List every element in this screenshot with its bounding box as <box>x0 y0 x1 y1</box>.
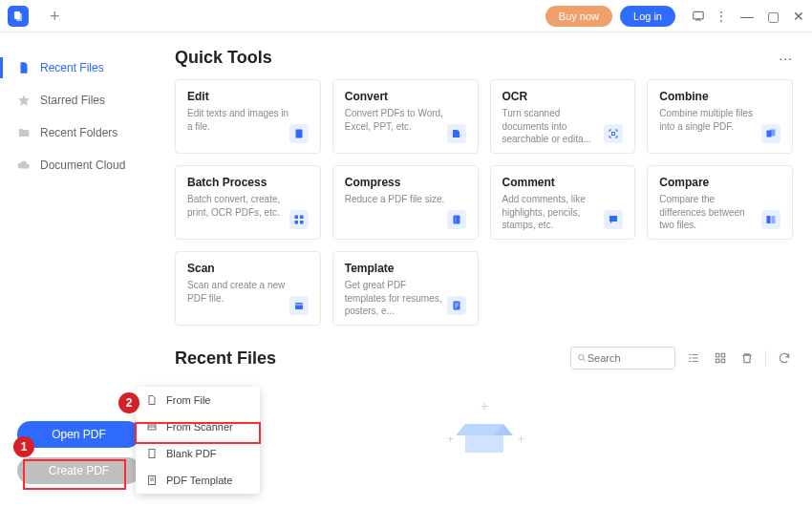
search-input[interactable] <box>588 352 669 364</box>
template-outline-icon <box>145 474 159 487</box>
tool-title: Compress <box>345 176 447 189</box>
scanner-icon <box>145 420 159 433</box>
tool-card-compare[interactable]: Compare Compare the differences between … <box>647 165 793 240</box>
tool-card-convert[interactable]: Convert Convert PDFs to Word, Excel, PPT… <box>332 79 479 154</box>
svg-rect-11 <box>453 216 459 224</box>
open-pdf-button[interactable]: Open PDF <box>17 421 140 448</box>
separator <box>765 350 766 366</box>
tool-card-edit[interactable]: Edit Edit texts and images in a file. <box>175 79 321 154</box>
sidebar-item-document-cloud[interactable]: Document Cloud <box>0 149 158 181</box>
kebab-menu-icon[interactable]: ⋮ <box>710 5 733 28</box>
menu-item-label: From File <box>166 394 210 406</box>
tool-title: Compare <box>659 176 761 189</box>
delete-icon[interactable] <box>738 349 756 367</box>
tool-title: Convert <box>345 90 447 103</box>
quick-tools-title: Quick Tools <box>175 48 272 68</box>
tool-desc: Convert PDFs to Word, Excel, PPT, etc. <box>345 107 447 133</box>
annotation-number-2: 2 <box>118 392 139 413</box>
ocr-icon <box>604 124 623 143</box>
tool-card-combine[interactable]: Combine Combine multiple files into a si… <box>647 79 793 154</box>
comment-icon <box>604 210 623 229</box>
menu-item-label: Blank PDF <box>166 448 217 459</box>
log-in-button[interactable]: Log in <box>620 6 675 27</box>
tool-card-scan[interactable]: Scan Scan and create a new PDF file. <box>175 251 321 326</box>
compare-icon <box>761 210 780 229</box>
more-options-icon[interactable]: ··· <box>779 51 793 66</box>
create-pdf-button[interactable]: Create PDF <box>17 457 140 484</box>
batch-icon <box>289 210 309 229</box>
svg-rect-3 <box>295 130 302 138</box>
sidebar-item-recent-folders[interactable]: Recent Folders <box>0 116 158 149</box>
svg-rect-12 <box>767 216 771 223</box>
scan-icon <box>289 296 309 315</box>
svg-rect-2 <box>694 11 704 19</box>
tool-title: Edit <box>187 90 289 103</box>
tool-desc: Get great PDF templates for resumes, pos… <box>345 279 447 318</box>
svg-rect-10 <box>300 221 304 224</box>
svg-text:+: + <box>480 398 487 413</box>
convert-icon <box>447 124 466 143</box>
tool-card-comment[interactable]: Comment Add comments, like highlights, p… <box>490 165 636 240</box>
file-outline-icon <box>145 393 159 407</box>
svg-rect-13 <box>772 216 776 223</box>
create-menu-blank-pdf[interactable]: Blank PDF <box>136 440 260 467</box>
tool-title: Combine <box>659 90 761 103</box>
sidebar-item-recent-files[interactable]: Recent Files <box>0 52 158 84</box>
tool-title: Batch Process <box>187 176 289 189</box>
tool-card-compress[interactable]: Compress Reduce a PDF file size. <box>332 165 479 240</box>
folder-icon <box>17 126 31 139</box>
tool-card-batch-process[interactable]: Batch Process Batch convert, create, pri… <box>175 165 321 240</box>
window-controls: — ▢ ✕ <box>740 9 804 24</box>
svg-rect-9 <box>294 221 298 224</box>
tool-desc: Compare the differences between two file… <box>659 193 761 232</box>
close-button[interactable]: ✕ <box>793 9 804 24</box>
svg-rect-26 <box>149 450 155 458</box>
pdf-logo-icon <box>12 11 24 22</box>
menu-item-label: PDF Template <box>166 475 233 486</box>
tool-title: OCR <box>502 90 605 103</box>
file-icon <box>17 61 31 74</box>
list-view-icon[interactable] <box>685 349 702 367</box>
create-menu-pdf-template[interactable]: PDF Template <box>136 467 260 494</box>
minimize-button[interactable]: — <box>740 9 754 24</box>
menu-item-label: From Scanner <box>166 421 233 433</box>
refresh-icon[interactable] <box>776 349 793 367</box>
svg-rect-8 <box>300 216 304 220</box>
create-menu-from-scanner[interactable]: From Scanner <box>136 413 260 440</box>
maximize-button[interactable]: ▢ <box>767 9 780 24</box>
create-pdf-menu: From File From Scanner Blank PDF PDF Tem… <box>136 387 260 494</box>
star-icon <box>17 94 31 107</box>
tool-desc: Turn scanned documents into searchable o… <box>502 107 605 146</box>
sidebar-item-label: Document Cloud <box>40 158 125 172</box>
svg-rect-4 <box>612 133 615 136</box>
new-tab-button[interactable]: + <box>50 8 60 25</box>
buy-now-button[interactable]: Buy now <box>545 6 612 27</box>
grid-view-icon[interactable] <box>712 349 729 367</box>
tool-card-template[interactable]: Template Get great PDF templates for res… <box>332 251 479 326</box>
tool-desc: Scan and create a new PDF file. <box>187 279 289 305</box>
sidebar-item-starred-files[interactable]: Starred Files <box>0 84 158 116</box>
tool-desc: Batch convert, create, print, OCR PDFs, … <box>187 193 289 219</box>
feedback-icon[interactable] <box>687 5 710 28</box>
recent-files-title: Recent Files <box>175 349 276 369</box>
svg-rect-6 <box>771 130 776 137</box>
tool-title: Comment <box>502 176 605 189</box>
title-bar: + Buy now Log in ⋮ — ▢ ✕ <box>0 0 812 32</box>
svg-text:+: + <box>447 433 454 446</box>
svg-rect-1 <box>16 13 22 21</box>
tool-card-ocr[interactable]: OCR Turn scanned documents into searchab… <box>490 79 636 154</box>
svg-rect-19 <box>716 359 719 363</box>
create-menu-from-file[interactable]: From File <box>136 387 260 413</box>
edit-icon <box>289 124 309 143</box>
svg-rect-18 <box>721 353 725 357</box>
tool-title: Scan <box>187 262 289 275</box>
svg-rect-20 <box>721 359 725 363</box>
search-box[interactable] <box>570 347 675 370</box>
tool-desc: Reduce a PDF file size. <box>345 193 447 206</box>
blank-page-icon <box>145 447 159 460</box>
svg-rect-17 <box>716 353 719 357</box>
annotation-number-1: 1 <box>13 436 34 457</box>
empty-box-illustration: + + + <box>441 397 527 464</box>
quick-tools-grid: Edit Edit texts and images in a file. Co… <box>175 79 793 326</box>
sidebar-item-label: Recent Folders <box>40 126 118 139</box>
